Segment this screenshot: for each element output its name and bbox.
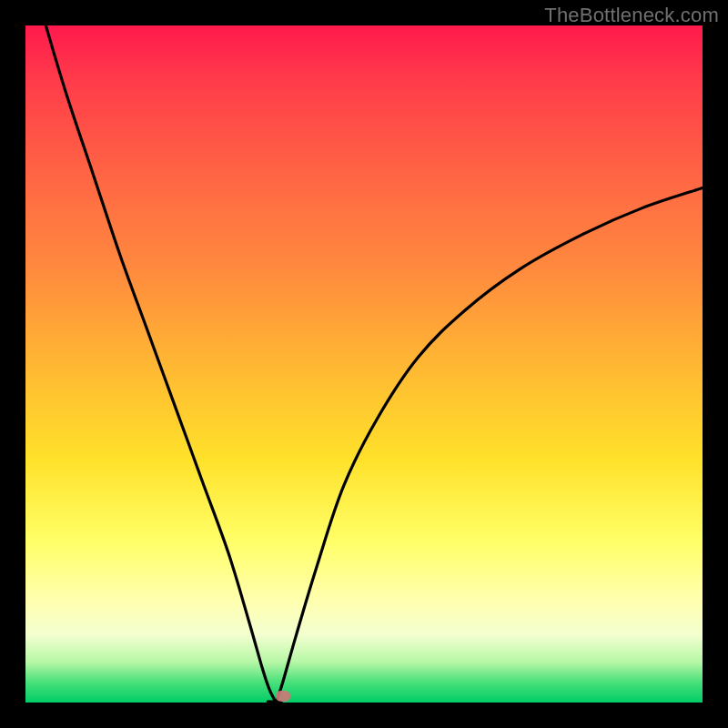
plot-area <box>25 25 703 703</box>
chart-frame: TheBottleneck.com <box>0 0 728 728</box>
watermark-text: TheBottleneck.com <box>544 4 719 27</box>
bottleneck-curve <box>25 25 703 703</box>
vertex-marker <box>276 691 290 702</box>
